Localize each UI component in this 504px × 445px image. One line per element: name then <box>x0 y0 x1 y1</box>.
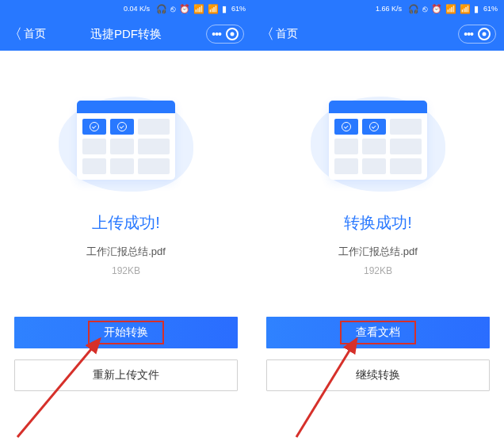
reupload-button[interactable]: 重新上传文件 <box>14 359 238 391</box>
battery-percent: 61% <box>231 5 246 13</box>
continue-convert-button[interactable]: 继续转换 <box>266 359 490 391</box>
back-button[interactable]: 首页 <box>24 27 46 41</box>
main-content: 转换成功! 工作汇报总结.pdf 192KB 查看文档 继续转换 <box>252 51 504 445</box>
headphones-icon: 🎧 <box>156 5 167 13</box>
back-chevron-icon[interactable]: 〈 <box>260 25 274 44</box>
miniprogram-menu[interactable]: ••• <box>458 25 496 44</box>
upload-illustration <box>59 89 193 192</box>
alarm-icon: ⏰ <box>431 5 442 13</box>
status-title: 转换成功! <box>344 212 412 234</box>
button-group: 开始转换 重新上传文件 <box>0 317 252 391</box>
miniprogram-menu[interactable]: ••• <box>206 25 244 44</box>
headphones-icon: 🎧 <box>408 5 419 13</box>
button-group: 查看文档 继续转换 <box>252 317 504 391</box>
start-convert-button[interactable]: 开始转换 <box>14 317 238 348</box>
back-chevron-icon[interactable]: 〈 <box>8 25 22 44</box>
close-target-icon <box>226 28 239 40</box>
filename-label: 工作汇报总结.pdf <box>338 245 418 259</box>
network-speed: 0.04 K/s <box>124 5 150 13</box>
primary-btn-label: 开始转换 <box>104 325 148 340</box>
primary-btn-label: 查看文档 <box>356 325 400 340</box>
filesize-label: 192KB <box>364 265 392 276</box>
header-actions: ••• <box>458 25 496 44</box>
battery-percent: 61% <box>483 5 498 13</box>
secondary-btn-label: 继续转换 <box>356 368 400 382</box>
nfc-icon: ⎋ <box>422 5 428 13</box>
battery-icon: ▮ <box>474 5 479 13</box>
signal-icon-2: 📶 <box>460 5 471 13</box>
filename-label: 工作汇报总结.pdf <box>86 245 166 259</box>
main-content: 上传成功! 工作汇报总结.pdf 192KB 开始转换 重新上传文件 <box>0 51 252 445</box>
battery-icon: ▮ <box>222 5 227 13</box>
app-header: 〈 首页 ••• <box>252 17 504 51</box>
screen-left: 0.04 K/s 🎧 ⎋ ⏰ 📶 📶 ▮ 61% 〈 首页 迅捷PDF转换 ••… <box>0 0 252 445</box>
signal-icon: 📶 <box>445 5 456 13</box>
network-speed: 1.66 K/s <box>376 5 402 13</box>
back-button[interactable]: 首页 <box>276 27 298 41</box>
close-target-icon <box>478 28 491 40</box>
menu-dots-icon: ••• <box>464 29 473 40</box>
signal-icon: 📶 <box>193 5 204 13</box>
header-actions: ••• <box>206 25 244 44</box>
signal-icon-2: 📶 <box>208 5 219 13</box>
app-header: 〈 首页 迅捷PDF转换 ••• <box>0 17 252 51</box>
status-bar: 1.66 K/s 🎧 ⎋ ⏰ 📶 📶 ▮ 61% <box>252 0 504 17</box>
screen-right: 1.66 K/s 🎧 ⎋ ⏰ 📶 📶 ▮ 61% 〈 首页 ••• <box>252 0 504 445</box>
page-title: 迅捷PDF转换 <box>90 27 162 42</box>
status-bar: 0.04 K/s 🎧 ⎋ ⏰ 📶 📶 ▮ 61% <box>0 0 252 17</box>
nfc-icon: ⎋ <box>170 5 176 13</box>
alarm-icon: ⏰ <box>179 5 190 13</box>
status-title: 上传成功! <box>92 212 160 234</box>
filesize-label: 192KB <box>112 265 140 276</box>
view-document-button[interactable]: 查看文档 <box>266 317 490 348</box>
menu-dots-icon: ••• <box>212 29 221 40</box>
convert-illustration <box>311 89 445 192</box>
secondary-btn-label: 重新上传文件 <box>93 368 159 382</box>
